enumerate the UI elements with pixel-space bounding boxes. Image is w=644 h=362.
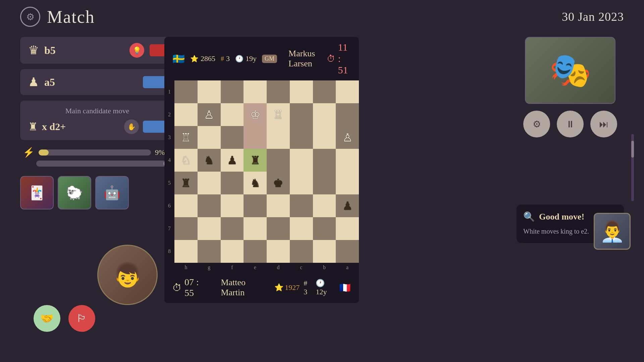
square-e3-highlight[interactable] <box>244 126 267 149</box>
square-d1[interactable] <box>267 80 290 103</box>
square-b6[interactable] <box>313 194 336 217</box>
square-h2[interactable] <box>174 103 198 126</box>
square-d2[interactable]: ♖ <box>267 103 290 126</box>
char-card-2[interactable]: 🐑 <box>58 176 91 209</box>
header-date: 30 Jan 2023 <box>562 10 624 24</box>
square-a8[interactable] <box>336 240 359 263</box>
pause-ctrl-button[interactable]: ⏸ <box>557 111 584 137</box>
white-rook-h3: ♖ <box>181 131 191 144</box>
col-labels: h g f e d c b a <box>174 263 359 272</box>
square-e5[interactable]: ♞ <box>244 172 267 194</box>
progress-bar-main <box>39 149 151 156</box>
progress-bar-secondary <box>36 161 172 167</box>
square-d8[interactable] <box>267 240 290 263</box>
square-e7[interactable] <box>244 217 267 240</box>
col-label-f: f <box>221 263 244 272</box>
square-c5[interactable] <box>290 172 313 194</box>
square-g3[interactable] <box>198 126 221 149</box>
square-c7[interactable] <box>290 217 313 240</box>
blue-indicator-2 <box>143 76 166 88</box>
square-f1[interactable] <box>221 80 244 103</box>
square-a6[interactable]: ♟ <box>336 194 359 217</box>
square-g4[interactable]: ♞ <box>198 149 221 172</box>
timer-icon-bottom: ⏱ <box>172 282 182 293</box>
square-e6[interactable] <box>244 194 267 217</box>
row-label-6: 6 <box>164 194 174 217</box>
square-h8[interactable] <box>174 240 198 263</box>
square-e4-green[interactable]: ♜ <box>244 149 267 172</box>
square-g5[interactable] <box>198 172 221 194</box>
char-card-3[interactable]: 🤖 <box>95 176 129 209</box>
queen-piece-icon: ♛ <box>28 43 39 57</box>
square-a4[interactable] <box>336 149 359 172</box>
square-e1[interactable] <box>244 80 267 103</box>
square-b1[interactable] <box>313 80 336 103</box>
square-a3[interactable]: ♙ <box>336 126 359 149</box>
white-pawn-a3: ♙ <box>342 131 353 144</box>
square-d7[interactable] <box>267 217 290 240</box>
settings-icon[interactable]: ⚙ <box>20 7 40 27</box>
square-f6[interactable] <box>221 194 244 217</box>
square-c6[interactable] <box>290 194 313 217</box>
square-f7[interactable] <box>221 217 244 240</box>
square-b2[interactable] <box>313 103 336 126</box>
square-f4[interactable]: ♟ <box>221 149 244 172</box>
square-d6[interactable] <box>267 194 290 217</box>
opponent-portrait: 🎭 <box>525 37 615 104</box>
hand-button[interactable]: ✋ <box>124 119 139 134</box>
top-player-name: Markus Larsen <box>288 49 321 69</box>
square-e8[interactable] <box>244 240 267 263</box>
square-e2-highlight[interactable]: ♔ <box>244 103 267 126</box>
square-b8[interactable] <box>313 240 336 263</box>
square-g2[interactable]: ♙ <box>198 103 221 126</box>
square-b3[interactable] <box>313 126 336 149</box>
commentator-face: 👨‍💼 <box>600 220 625 243</box>
skip-ctrl-button[interactable]: ⏭ <box>590 111 617 137</box>
square-f5[interactable] <box>221 172 244 194</box>
square-b7[interactable] <box>313 217 336 240</box>
square-c4[interactable] <box>290 149 313 172</box>
square-a7[interactable] <box>336 217 359 240</box>
square-d3[interactable] <box>267 126 290 149</box>
right-panel: 🎭 ⚙ ⏸ ⏭ 🔍 Good move! White moves king to… <box>517 37 624 243</box>
left-panel: ♛ b5 💡 ♟ a5 Main candidate move ♜ x d2+ … <box>20 37 174 209</box>
square-c2[interactable] <box>290 103 313 126</box>
square-c1[interactable] <box>290 80 313 103</box>
square-h3[interactable]: ♖ <box>174 126 198 149</box>
square-d4[interactable] <box>267 149 290 172</box>
square-a1[interactable] <box>336 80 359 103</box>
handshake-button[interactable]: 🤝 <box>34 305 60 332</box>
gm-badge: GM <box>262 55 277 63</box>
white-knight-h4: ♘ <box>181 154 191 167</box>
square-a5[interactable] <box>336 172 359 194</box>
black-rook-e4: ♜ <box>250 154 260 167</box>
flag-button[interactable]: 🏳 <box>68 305 95 332</box>
square-g8[interactable] <box>198 240 221 263</box>
square-b5[interactable] <box>313 172 336 194</box>
square-h7[interactable] <box>174 217 198 240</box>
square-g7[interactable] <box>198 217 221 240</box>
bulb-button-1[interactable]: 💡 <box>129 43 144 58</box>
scrollbar-thumb[interactable] <box>631 141 634 158</box>
col-label-h: h <box>174 263 198 272</box>
square-g6[interactable] <box>198 194 221 217</box>
row-label-1: 1 <box>164 80 174 103</box>
square-f8[interactable] <box>221 240 244 263</box>
square-h6[interactable] <box>174 194 198 217</box>
square-b4[interactable] <box>313 149 336 172</box>
black-knight-g4: ♞ <box>204 154 214 167</box>
square-c3[interactable] <box>290 126 313 149</box>
square-h4[interactable]: ♘ <box>174 149 198 172</box>
square-g1[interactable] <box>198 80 221 103</box>
square-h5[interactable]: ♜ <box>174 172 198 194</box>
square-h1[interactable] <box>174 80 198 103</box>
char-card-1[interactable]: 🃏 <box>20 176 54 209</box>
square-d5[interactable]: ♚ <box>267 172 290 194</box>
char-card-3-icon: 🤖 <box>96 177 128 209</box>
square-c8[interactable] <box>290 240 313 263</box>
settings-ctrl-button[interactable]: ⚙ <box>523 111 550 137</box>
star-icon-top: ⭐ <box>190 55 199 63</box>
square-a2[interactable] <box>336 103 359 126</box>
square-f3[interactable] <box>221 126 244 149</box>
square-f2[interactable] <box>221 103 244 126</box>
